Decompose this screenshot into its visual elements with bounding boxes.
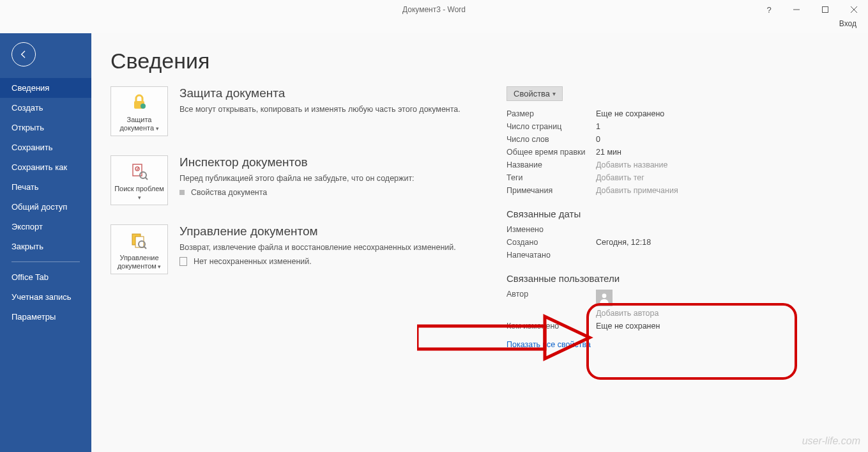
sidebar-item-export[interactable]: Экспорт (0, 217, 91, 237)
prop-edittime-value: 21 мин (596, 146, 717, 159)
page-title: Сведения (110, 49, 849, 74)
sidebar-item-officetab[interactable]: Office Tab (0, 267, 91, 287)
svg-rect-1 (822, 7, 828, 13)
prop-author-value: Добавить автора (596, 288, 717, 320)
prop-modified-value (596, 223, 717, 236)
sidebar-item-share[interactable]: Общий доступ (0, 197, 91, 217)
prop-comments-label: Примечания (506, 184, 596, 197)
sidebar: Сведения Создать Открыть Сохранить Сохра… (0, 33, 91, 452)
protect-document-button[interactable]: Защита документа (110, 86, 168, 136)
sidebar-item-open[interactable]: Открыть (0, 118, 91, 137)
svg-point-14 (602, 293, 607, 298)
help-button[interactable]: ? (756, 0, 782, 19)
signin-row: Вход (0, 19, 868, 33)
bullet-icon (179, 190, 185, 195)
inspect-heading: Инспектор документов (179, 155, 415, 169)
manage-icon (130, 231, 148, 250)
manage-bullet: Нет несохраненных изменений. (179, 257, 456, 266)
prop-pages-value: 1 (596, 120, 717, 133)
window-controls: ? (756, 0, 868, 19)
manage-document-button[interactable]: Управление документом (110, 224, 168, 274)
content: Сведения Защита документа Защита докумен… (91, 33, 868, 452)
back-button[interactable] (11, 42, 36, 66)
prop-comments-value[interactable]: Добавить примечания (596, 184, 717, 197)
section-protect: Защита документа Защита документа Все мо… (110, 86, 506, 136)
prop-printed-label: Напечатано (506, 249, 596, 261)
close-button[interactable] (839, 0, 868, 19)
protect-desc: Все могут открывать, копировать и изменя… (179, 104, 461, 115)
svg-point-5 (141, 104, 146, 109)
prop-author-label: Автор (506, 288, 596, 320)
sidebar-item-save[interactable]: Сохранить (0, 137, 91, 157)
add-author-link[interactable]: Добавить автора (596, 309, 659, 318)
sidebar-item-close[interactable]: Закрыть (0, 237, 91, 256)
svg-line-9 (145, 177, 148, 180)
related-users-heading: Связанные пользователи (506, 273, 717, 284)
inspect-desc: Перед публикацией этого файла не забудьт… (179, 173, 415, 184)
lock-icon (130, 93, 148, 112)
left-column: Защита документа Защита документа Все мо… (110, 86, 506, 349)
prop-lastmod-label: Кем изменено (506, 320, 596, 332)
properties-dropdown[interactable]: Свойства (506, 86, 563, 101)
prop-tags-value[interactable]: Добавить тег (596, 171, 717, 184)
show-all-properties-link[interactable]: Показать все свойства (506, 340, 591, 349)
window-title: Документ3 - Word (402, 5, 466, 14)
manage-desc: Возврат, извлечение файла и восстановлен… (179, 242, 456, 253)
prop-title-label: Название (506, 159, 596, 171)
prop-size-label: Размер (506, 107, 596, 120)
prop-created-value: Сегодня, 12:18 (596, 236, 717, 249)
properties-panel: Свойства РазмерЕще не сохранено Число ст… (506, 86, 717, 349)
prop-pages-label: Число страниц (506, 120, 596, 133)
sidebar-item-print[interactable]: Печать (0, 177, 91, 197)
prop-size-value: Еще не сохранено (596, 107, 717, 120)
signin-link[interactable]: Вход (839, 19, 857, 28)
sidebar-item-new[interactable]: Создать (0, 98, 91, 118)
sidebar-item-saveas[interactable]: Сохранить как (0, 157, 91, 177)
main: Сведения Создать Открыть Сохранить Сохра… (0, 33, 868, 452)
watermark: user-life.com (802, 435, 860, 447)
section-manage: Управление документом Управление докумен… (110, 224, 506, 274)
prop-edittime-label: Общее время правки (506, 146, 596, 159)
prop-lastmod-value: Еще не сохранен (596, 320, 717, 332)
inspect-bullet: Свойства документа (179, 188, 415, 197)
prop-title-value[interactable]: Добавить название (596, 159, 717, 171)
sidebar-item-options[interactable]: Параметры (0, 307, 91, 327)
titlebar: Документ3 - Word ? (0, 0, 868, 19)
sidebar-item-account[interactable]: Учетная запись (0, 287, 91, 307)
prop-words-label: Число слов (506, 133, 596, 146)
sidebar-separator (11, 261, 80, 262)
related-dates-heading: Связанные даты (506, 208, 717, 219)
prop-words-value: 0 (596, 133, 717, 146)
sidebar-item-info[interactable]: Сведения (0, 78, 91, 98)
protect-heading: Защита документа (179, 86, 461, 100)
avatar-icon[interactable] (596, 290, 613, 306)
prop-printed-value (596, 249, 717, 261)
maximize-button[interactable] (811, 0, 839, 19)
prop-created-label: Создано (506, 236, 596, 249)
manage-heading: Управление документом (179, 224, 456, 238)
inspect-document-button[interactable]: Поиск проблем (110, 155, 168, 205)
inspect-icon (130, 162, 148, 181)
prop-tags-label: Теги (506, 171, 596, 184)
section-inspect: Поиск проблем Инспектор документов Перед… (110, 155, 506, 205)
minimize-button[interactable] (782, 0, 811, 19)
prop-modified-label: Изменено (506, 223, 596, 236)
svg-line-13 (144, 246, 146, 249)
doc-icon (179, 257, 187, 266)
